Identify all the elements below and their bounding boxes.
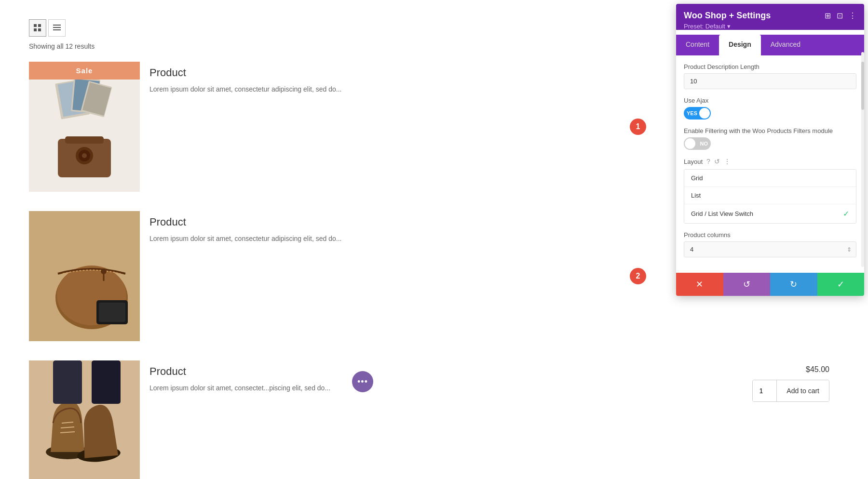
- svg-rect-15: [65, 136, 104, 144]
- tab-advanced[interactable]: Advanced: [761, 35, 810, 55]
- field-use-ajax: Use Ajax YES: [684, 97, 856, 120]
- svg-point-18: [82, 153, 87, 158]
- main-content: Showing all 12 results 1 Sale: [0, 0, 868, 479]
- svg-rect-26: [29, 360, 140, 479]
- step-badge-1: 1: [630, 119, 646, 135]
- input-desc-length[interactable]: [684, 73, 856, 89]
- layout-reset-icon[interactable]: ↺: [714, 158, 720, 165]
- svg-point-22: [101, 268, 107, 274]
- panel-scrollbar[interactable]: [861, 52, 864, 267]
- svg-rect-0: [34, 24, 37, 27]
- quantity-input[interactable]: [753, 380, 777, 401]
- grid-view-button[interactable]: [29, 19, 46, 37]
- panel-icon-more[interactable]: ⋮: [849, 11, 856, 20]
- product-item: Product Lorem ipsum dolor sit amet, cons…: [29, 360, 839, 479]
- tab-design[interactable]: Design: [719, 35, 761, 55]
- panel-preset[interactable]: Preset: Default ▾: [684, 23, 856, 30]
- layout-option-list[interactable]: List: [684, 187, 856, 204]
- panel-body: Product Description Length Use Ajax YES …: [676, 55, 864, 273]
- add-to-cart-wrapper: Add to cart: [752, 380, 829, 402]
- product-price: $45.00: [806, 365, 829, 374]
- layout-more-icon[interactable]: ⋮: [724, 158, 731, 165]
- field-product-columns: Product columns 4 3 2 1: [684, 231, 856, 257]
- layout-selected-icon: ✓: [843, 209, 849, 218]
- product-name-3: Product: [149, 365, 723, 378]
- field-product-desc-length: Product Description Length: [684, 63, 856, 89]
- svg-rect-6: [53, 29, 61, 30]
- layout-help-icon[interactable]: ?: [706, 158, 710, 165]
- field-label-ajax: Use Ajax: [684, 97, 856, 104]
- panel-actions: ✕ ↺ ↻ ✓: [676, 273, 864, 296]
- field-label-columns: Product columns: [684, 231, 856, 239]
- ajax-toggle-wrap: YES: [684, 107, 856, 120]
- field-label-desc-length: Product Description Length: [684, 63, 856, 70]
- product-image-1: Sale: [29, 62, 140, 192]
- product-image-3: [29, 360, 140, 479]
- confirm-button[interactable]: ✓: [817, 273, 865, 296]
- product-image-2: [29, 211, 140, 341]
- panel-header-icons: ⊞ ⊡ ⋮: [825, 11, 856, 20]
- svg-rect-5: [53, 27, 61, 28]
- add-to-cart-button[interactable]: Add to cart: [777, 380, 829, 401]
- toggle-knob-filter: [685, 138, 695, 149]
- field-layout: Layout ? ↺ ⋮ Grid List Grid / List View …: [684, 158, 856, 224]
- filtering-toggle-wrap: NO: [684, 137, 856, 150]
- columns-select-wrap: 4 3 2 1: [684, 241, 856, 257]
- svg-rect-32: [53, 360, 82, 404]
- layout-option-grid-list[interactable]: Grid / List View Switch ✓: [684, 204, 856, 223]
- ajax-toggle[interactable]: YES: [684, 107, 711, 120]
- columns-select[interactable]: 4 3 2 1: [684, 241, 856, 257]
- redo-button[interactable]: ↻: [770, 273, 817, 296]
- toggle-no-label: NO: [700, 141, 708, 146]
- svg-rect-33: [92, 360, 121, 404]
- filtering-toggle[interactable]: NO: [684, 137, 711, 150]
- toggle-knob: [699, 108, 710, 119]
- svg-rect-2: [34, 28, 37, 31]
- step-badge-2: 2: [630, 268, 646, 284]
- product-desc-3: Lorem ipsum dolor sit amet, consectet...…: [149, 383, 723, 393]
- panel-tabs: Content Design Advanced: [676, 35, 864, 55]
- layout-options: Grid List Grid / List View Switch ✓: [684, 169, 856, 224]
- panel-icon-split[interactable]: ⊡: [837, 11, 843, 20]
- panel-title: Woo Shop + Settings: [684, 11, 771, 21]
- field-enable-filtering: Enable Filtering with the Woo Products F…: [684, 127, 856, 150]
- layout-option-grid[interactable]: Grid: [684, 170, 856, 187]
- purple-dots-button[interactable]: •••: [352, 371, 373, 392]
- panel-header: Woo Shop + Settings ⊞ ⊡ ⋮ Preset: Defaul…: [676, 4, 864, 30]
- product-purchase: $45.00 Add to cart: [733, 360, 839, 407]
- product-info-3: Product Lorem ipsum dolor sit amet, cons…: [140, 360, 733, 398]
- list-view-button[interactable]: [48, 19, 66, 37]
- tab-content[interactable]: Content: [676, 35, 719, 55]
- panel-scroll-thumb: [861, 62, 864, 110]
- layout-label-row: Layout ? ↺ ⋮: [684, 158, 856, 165]
- panel-header-top: Woo Shop + Settings ⊞ ⊡ ⋮: [684, 11, 856, 21]
- field-label-filtering: Enable Filtering with the Woo Products F…: [684, 127, 856, 134]
- layout-label: Layout: [684, 158, 703, 165]
- settings-panel: Woo Shop + Settings ⊞ ⊡ ⋮ Preset: Defaul…: [676, 4, 864, 296]
- dots-icon: •••: [357, 377, 368, 387]
- panel-icon-grid[interactable]: ⊞: [825, 11, 831, 20]
- svg-rect-25: [99, 303, 125, 322]
- sale-badge: Sale: [29, 62, 140, 80]
- svg-rect-3: [38, 28, 41, 31]
- undo-button[interactable]: ↺: [723, 273, 771, 296]
- svg-rect-1: [38, 24, 41, 27]
- toggle-yes-label: YES: [687, 110, 697, 116]
- svg-rect-4: [53, 25, 61, 26]
- cancel-button[interactable]: ✕: [676, 273, 723, 296]
